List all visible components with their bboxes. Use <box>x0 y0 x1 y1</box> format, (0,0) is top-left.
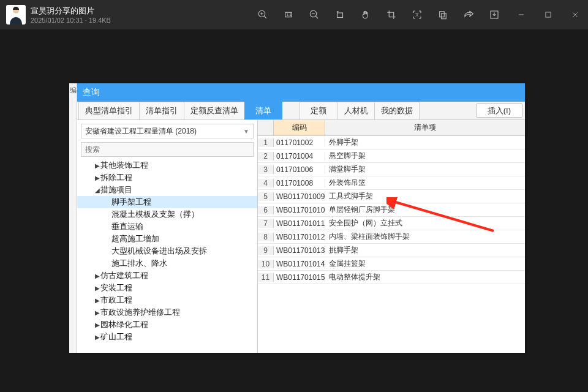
zoom-out-icon[interactable] <box>307 8 321 21</box>
svg-line-8 <box>315 16 318 18</box>
table-row[interactable]: 6WB011701010单层轻钢厂房脚手架 <box>258 203 525 217</box>
viewer-title: 宣昊玥分享的图片 <box>31 6 111 17</box>
tree-item-5[interactable]: 垂直运输 <box>77 221 257 233</box>
tree-item-label: 安装工程 <box>100 282 132 293</box>
row-number: 4 <box>258 179 274 187</box>
search-box[interactable] <box>81 142 254 157</box>
row-code: WB011701015 <box>274 273 325 282</box>
row-number: 7 <box>258 219 274 228</box>
tree-item-10[interactable]: ▶安装工程 <box>77 282 257 294</box>
tab-2[interactable]: 定额反查清单 <box>184 102 245 119</box>
caret-icon: ▶ <box>94 175 100 181</box>
tree-item-7[interactable]: 大型机械设备进出场及安拆 <box>77 245 257 257</box>
caret-icon: ▶ <box>94 322 100 328</box>
row-item: 外装饰吊篮 <box>325 178 525 188</box>
original-size-icon[interactable]: 1:1 <box>282 8 295 21</box>
table-row[interactable]: 3011701006满堂脚手架 <box>258 163 525 176</box>
tree-item-label: 矿山工程 <box>100 331 132 342</box>
row-code: WB011701014 <box>274 260 325 268</box>
insert-button[interactable]: 插入(I) <box>476 104 522 118</box>
tree-item-3[interactable]: 脚手架工程 <box>77 196 257 208</box>
row-number: 5 <box>258 192 274 201</box>
tree-item-label: 仿古建筑工程 <box>100 270 148 281</box>
row-code: 011701006 <box>274 165 325 174</box>
svg-text:文: 文 <box>415 12 419 17</box>
row-code: WB011701013 <box>274 246 325 255</box>
row-code: 011701008 <box>274 179 325 187</box>
maximize-icon[interactable] <box>541 8 555 21</box>
left-pane: 安徽省建设工程工程量清单 (2018) ▼ ▶其他装饰工程▶拆除工程◢措施项目脚… <box>77 120 258 353</box>
rotate-icon[interactable] <box>333 8 347 21</box>
row-item: 挑脚手架 <box>325 245 525 255</box>
row-item: 电动整体提升架 <box>325 272 525 282</box>
tree-item-label: 混凝土模板及支架（撑） <box>111 209 199 220</box>
svg-line-2 <box>264 16 266 18</box>
row-number: 9 <box>258 246 274 255</box>
tab-4[interactable]: 定额 <box>300 102 337 119</box>
combo-value: 安徽省建设工程工程量清单 (2018) <box>85 126 197 137</box>
tree-item-label: 市政设施养护维修工程 <box>100 307 180 318</box>
svg-rect-12 <box>440 12 445 17</box>
tree-item-9[interactable]: ▶仿古建筑工程 <box>77 270 257 282</box>
tree-item-8[interactable]: 施工排水、降水 <box>77 257 257 270</box>
app-title-text: 查询 <box>83 87 100 98</box>
tree-item-12[interactable]: ▶市政设施养护维修工程 <box>77 306 257 318</box>
table-row[interactable]: 11WB011701015电动整体提升架 <box>258 271 525 284</box>
hand-icon[interactable] <box>359 8 372 21</box>
search-input[interactable] <box>85 145 249 154</box>
tree-item-11[interactable]: ▶市政工程 <box>77 294 257 306</box>
standard-combo[interactable]: 安徽省建设工程工程量清单 (2018) ▼ <box>81 124 254 138</box>
row-number: 2 <box>258 152 274 160</box>
table-row[interactable]: 2011701004悬空脚手架 <box>258 149 525 163</box>
ocr-icon[interactable]: 文 <box>410 8 424 21</box>
row-code: 011701004 <box>274 152 325 160</box>
tree-item-0[interactable]: ▶其他装饰工程 <box>77 159 257 172</box>
tree-item-6[interactable]: 超高施工增加 <box>77 233 257 245</box>
tab-1[interactable]: 清单指引 <box>139 102 184 119</box>
close-icon[interactable] <box>568 8 582 21</box>
tree-item-2[interactable]: ◢措施项目 <box>77 184 257 196</box>
tree-item-label: 园林绿化工程 <box>100 319 148 330</box>
table-row[interactable]: 5WB011701009工具式脚手架 <box>258 190 525 203</box>
tree-item-4[interactable]: 混凝土模板及支架（撑） <box>77 208 257 221</box>
crop-icon[interactable] <box>385 8 398 21</box>
tree-item-1[interactable]: ▶拆除工程 <box>77 172 257 184</box>
tab-5[interactable]: 人材机 <box>337 102 375 119</box>
svg-rect-10 <box>337 13 343 18</box>
viewer-toolbar: 1:1 文 <box>256 8 501 21</box>
right-pane: 编码 清单项 1011701002外脚手架2011701004悬空脚手架3011… <box>258 120 525 353</box>
zoom-in-icon[interactable] <box>256 8 270 21</box>
caret-icon: ▶ <box>94 297 100 304</box>
row-item: 单层轻钢厂房脚手架 <box>325 205 525 215</box>
row-number: 8 <box>258 233 274 241</box>
table-row[interactable]: 7WB011701011安全围护（网）立挂式 <box>258 217 525 230</box>
table-row[interactable]: 4011701008外装饰吊篮 <box>258 176 525 190</box>
tree-item-14[interactable]: ▶矿山工程 <box>77 331 257 343</box>
grid-header: 编码 清单项 <box>258 120 525 136</box>
copy-icon[interactable] <box>436 8 450 21</box>
table-row[interactable]: 9WB011701013挑脚手架 <box>258 244 525 257</box>
tree-item-13[interactable]: ▶园林绿化工程 <box>77 318 257 331</box>
row-item: 满堂脚手架 <box>325 164 525 175</box>
row-item: 内墙、梁柱面装饰脚手架 <box>325 232 525 242</box>
caret-icon: ◢ <box>94 187 100 194</box>
row-number: 10 <box>258 260 274 268</box>
minimize-icon[interactable] <box>514 8 528 21</box>
table-row[interactable]: 10WB011701014金属挂篮架 <box>258 257 525 271</box>
row-code: WB011701011 <box>274 219 325 228</box>
download-icon[interactable] <box>488 8 501 21</box>
sliver-label: 编 <box>69 83 77 353</box>
tab-6[interactable]: 我的数据 <box>374 102 420 119</box>
tab-row: 典型清单指引 清单指引 定额反查清单 清单 定额 人材机 我的数据 插入(I) <box>69 102 525 120</box>
tree-item-label: 市政工程 <box>100 295 132 306</box>
svg-text:1:1: 1:1 <box>287 13 292 17</box>
col-item[interactable]: 清单项 <box>325 120 525 135</box>
table-row[interactable]: 8WB011701012内墙、梁柱面装饰脚手架 <box>258 230 525 244</box>
row-item: 金属挂篮架 <box>325 258 525 269</box>
table-row[interactable]: 1011701002外脚手架 <box>258 136 525 149</box>
share-icon[interactable] <box>462 8 475 21</box>
viewer-meta: 2025/01/02 10:31 · 19.4KB <box>31 17 111 24</box>
tab-3[interactable]: 清单 <box>244 102 282 119</box>
col-code[interactable]: 编码 <box>274 120 325 135</box>
tab-0[interactable]: 典型清单指引 <box>78 102 140 119</box>
